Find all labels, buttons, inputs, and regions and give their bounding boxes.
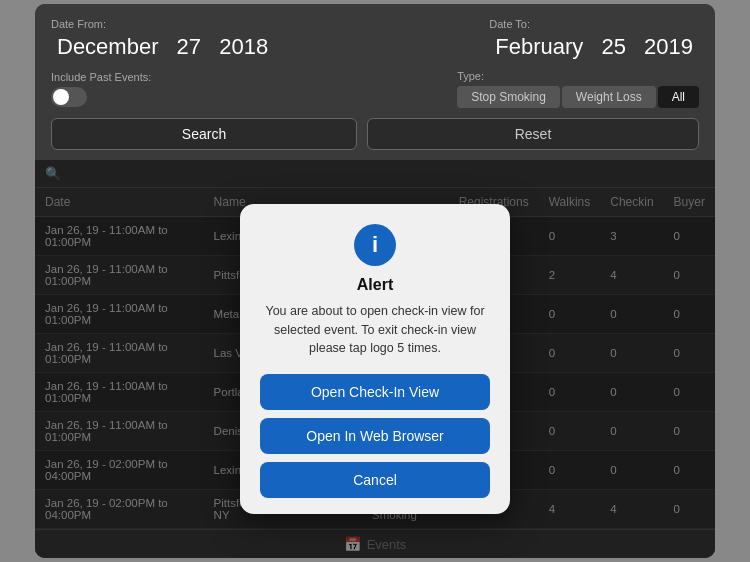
- open-browser-button[interactable]: Open In Web Browser: [260, 418, 490, 454]
- type-all[interactable]: All: [658, 86, 699, 108]
- modal-title: Alert: [260, 276, 490, 294]
- modal-body: You are about to open check-in view for …: [260, 302, 490, 358]
- date-from-year: 2018: [219, 34, 268, 59]
- modal-overlay: i Alert You are about to open check-in v…: [35, 160, 715, 558]
- date-from-value: December 27 2018: [51, 34, 274, 60]
- type-stop-smoking[interactable]: Stop Smoking: [457, 86, 560, 108]
- search-reset-row: Reset: [51, 118, 699, 150]
- search-wrap: [51, 118, 357, 150]
- app-container: Date From: December 27 2018 Date To: Feb…: [35, 4, 715, 558]
- date-to-group: Date To: February 25 2019: [489, 18, 699, 60]
- filters-panel: Date From: December 27 2018 Date To: Feb…: [35, 4, 715, 160]
- date-from-label: Date From:: [51, 18, 274, 30]
- date-from-group: Date From: December 27 2018: [51, 18, 274, 60]
- open-checkin-button[interactable]: Open Check-In View: [260, 374, 490, 410]
- past-events-group: Include Past Events:: [51, 71, 151, 107]
- date-to-label: Date To:: [489, 18, 699, 30]
- alert-modal: i Alert You are about to open check-in v…: [240, 204, 510, 514]
- alert-icon: i: [354, 224, 396, 266]
- type-weight-loss[interactable]: Weight Loss: [562, 86, 656, 108]
- table-area: 🔍 Date Name Registrations Walkins Checki…: [35, 160, 715, 558]
- reset-button[interactable]: Reset: [367, 118, 699, 150]
- date-from-day: 27: [177, 34, 201, 59]
- date-row: Date From: December 27 2018 Date To: Feb…: [51, 18, 699, 60]
- date-to-month: February: [495, 34, 583, 59]
- date-to-value: February 25 2019: [489, 34, 699, 60]
- search-input[interactable]: [51, 118, 357, 150]
- type-buttons: Stop Smoking Weight Loss All: [457, 86, 699, 108]
- date-to-year: 2019: [644, 34, 693, 59]
- date-from-month: December: [57, 34, 158, 59]
- date-to-day: 25: [601, 34, 625, 59]
- type-group: Type: Stop Smoking Weight Loss All: [457, 70, 699, 108]
- cancel-button[interactable]: Cancel: [260, 462, 490, 498]
- type-label: Type:: [457, 70, 484, 82]
- include-past-label: Include Past Events:: [51, 71, 151, 83]
- alert-icon-text: i: [372, 232, 378, 258]
- filter-row: Include Past Events: Type: Stop Smoking …: [51, 70, 699, 108]
- include-past-toggle[interactable]: [51, 87, 87, 107]
